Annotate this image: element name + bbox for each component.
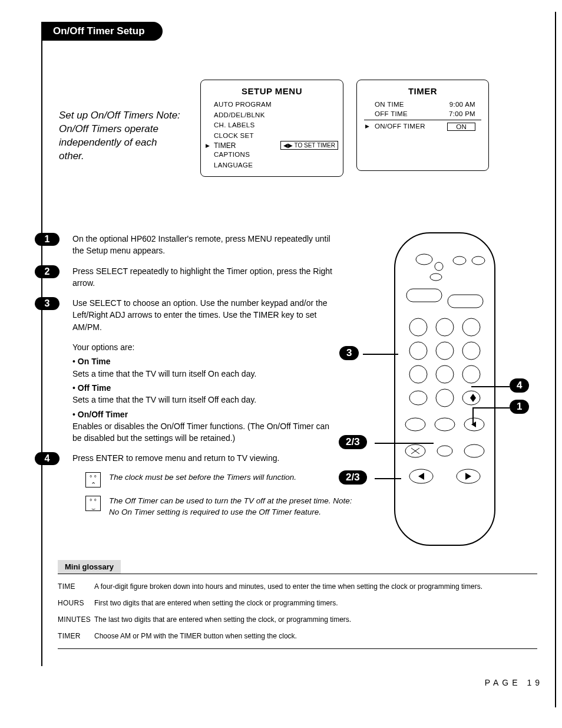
setup-menu-box: SETUP MENU AUTO PROGRAM ADD/DEL/BLNK CH.…	[200, 80, 343, 177]
callout-line	[472, 407, 510, 409]
callout-badge: 3	[339, 346, 359, 360]
menu-item-label: TIMER	[206, 141, 236, 150]
note-text: The Off Timer can be used to turn the TV…	[109, 496, 362, 518]
menu-item: CAPTIONS	[206, 150, 338, 160]
menu-item: ADD/DEL/BLNK	[206, 110, 338, 121]
menu-item: LANGUAGE	[206, 160, 338, 171]
glossary-def: First two digits that are entered when s…	[94, 599, 537, 607]
step-text: Use SELECT to choose an option. Use the …	[72, 297, 339, 333]
step-badge: 1	[35, 233, 59, 246]
callout-badge: 4	[510, 378, 529, 393]
timer-menu-title: TIMER	[364, 86, 481, 96]
step-badge: 2	[35, 265, 59, 278]
menu-item: AUTO PROGRAM	[206, 100, 338, 110]
timer-row: ON TIME 9:00 AM	[364, 100, 481, 109]
setup-menu-title: SETUP MENU	[206, 86, 338, 96]
timer-row-label: ON/OFF TIMER	[375, 123, 425, 131]
option-desc: Sets a time that the TV will turn itself…	[72, 368, 339, 380]
note-row: ° °⌃ The clock must be set before the Ti…	[85, 472, 362, 487]
callout-badge: 1	[510, 400, 529, 414]
options-block: Your options are: • On Time Sets a time …	[72, 341, 339, 444]
timer-row-value: ON	[447, 123, 475, 131]
page-number: PAGE 19	[485, 678, 543, 687]
steps-list: 1 On the optional HP602 Installer's remo…	[38, 233, 339, 473]
glossary-title: Mini glossary	[58, 560, 121, 574]
happy-face-icon: ° °⌣	[85, 496, 101, 511]
step-badge: 3	[35, 297, 59, 310]
glossary-def: The last two digits that are entered whe…	[94, 615, 537, 624]
step-text: Press ENTER to remove menu and return to…	[72, 452, 339, 464]
option-name: Off Time	[78, 383, 111, 393]
callout-line	[363, 354, 398, 355]
menu-item: CH. LABELS	[206, 120, 338, 131]
timer-row-selected: ON/OFF TIMER ON	[364, 120, 481, 132]
step-badge: 4	[35, 452, 59, 465]
sad-face-icon: ° °⌃	[85, 472, 101, 487]
glossary-term: HOURS	[58, 599, 94, 607]
timer-row-value: 7:00 PM	[449, 110, 475, 117]
note-row: ° °⌣ The Off Timer can be used to turn t…	[85, 496, 362, 518]
step-text: On the optional HP602 Installer's remote…	[72, 233, 339, 257]
glossary-term: TIMER	[58, 632, 94, 640]
menu-item-selected: TIMER ◀▶ TO SET TIMER	[206, 141, 338, 150]
glossary-term: TIME	[58, 582, 94, 591]
step-text: Press SELECT repeatedly to highlight the…	[72, 265, 339, 289]
timer-row: OFF TIME 7:00 PM	[364, 109, 481, 118]
glossary-def: Choose AM or PM with the TIMER button wh…	[94, 632, 537, 640]
step-badge-blank: .	[35, 341, 59, 354]
option-name: On Time	[78, 357, 111, 366]
option-name: On/Off Timer	[78, 410, 128, 419]
glossary-box: Mini glossary TIMEA four-digit figure br…	[58, 560, 537, 649]
page: On/Off Timer Setup Set up On/Off Timers …	[12, 12, 556, 707]
callout-badge: 2/3	[339, 470, 367, 485]
callout-line	[375, 478, 401, 479]
remote-illustration	[377, 230, 513, 548]
menu-item: CLOCK SET	[206, 131, 338, 141]
note-text: The clock must be set before the Timers …	[109, 472, 296, 483]
callout-line	[472, 407, 474, 425]
timer-menu-box: TIMER ON TIME 9:00 AM OFF TIME 7:00 PM O…	[356, 80, 489, 171]
option-desc: Enables or disables the On/Off Timer fun…	[72, 420, 339, 444]
menu-item-hint: ◀▶ TO SET TIMER	[280, 141, 338, 150]
timer-row-label: ON TIME	[375, 101, 404, 108]
option-desc: Sets a time that the TV will turn itself…	[72, 394, 339, 406]
section-header: On/Off Timer Setup	[41, 22, 163, 41]
options-intro: Your options are:	[72, 342, 134, 352]
timer-row-label: OFF TIME	[375, 110, 408, 117]
timer-row-value: 9:00 AM	[449, 101, 475, 108]
callout-badge: 2/3	[339, 435, 367, 449]
glossary-def: A four-digit figure broken down into hou…	[94, 582, 537, 591]
intro-text: Set up On/Off Timers Note: On/Off Timers…	[59, 109, 183, 163]
glossary-term: MINUTES	[58, 615, 94, 624]
callout-line	[375, 443, 434, 444]
callout-line	[471, 386, 510, 387]
